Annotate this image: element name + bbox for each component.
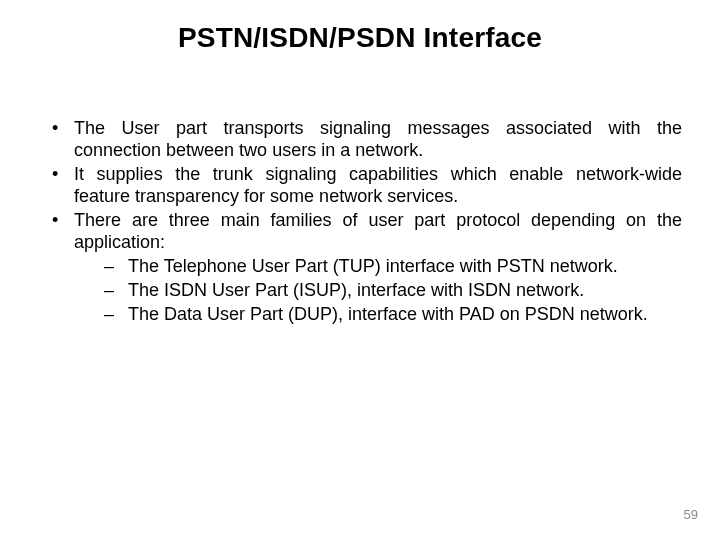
page-number: 59 (684, 507, 698, 522)
sub-bullet-item: The ISDN User Part (ISUP), interface wit… (74, 280, 682, 302)
bullet-text: It supplies the trunk signaling capabili… (74, 164, 682, 206)
bullet-list: The User part transports signaling messa… (46, 118, 682, 326)
bullet-item: The User part transports signaling messa… (46, 118, 682, 162)
sub-bullet-text: The Data User Part (DUP), interface with… (128, 304, 648, 324)
bullet-item: It supplies the trunk signaling capabili… (46, 164, 682, 208)
sub-bullet-item: The Data User Part (DUP), interface with… (74, 304, 682, 326)
bullet-item: There are three main families of user pa… (46, 210, 682, 326)
sub-bullet-list: The Telephone User Part (TUP) interface … (74, 256, 682, 326)
slide-body: The User part transports signaling messa… (46, 118, 682, 328)
sub-bullet-text: The Telephone User Part (TUP) interface … (128, 256, 618, 276)
sub-bullet-item: The Telephone User Part (TUP) interface … (74, 256, 682, 278)
bullet-text: The User part transports signaling messa… (74, 118, 682, 160)
slide-title: PSTN/ISDN/PSDN Interface (0, 22, 720, 54)
slide: PSTN/ISDN/PSDN Interface The User part t… (0, 0, 720, 540)
sub-bullet-text: The ISDN User Part (ISUP), interface wit… (128, 280, 584, 300)
bullet-text: There are three main families of user pa… (74, 210, 682, 252)
